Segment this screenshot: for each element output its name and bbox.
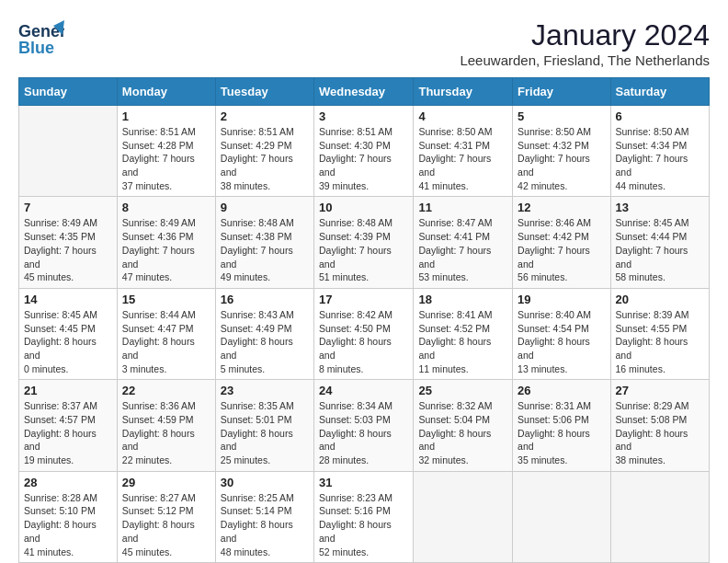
day-info: Sunrise: 8:50 AMSunset: 4:32 PMDaylight:… — [518, 125, 605, 192]
calendar-table: SundayMondayTuesdayWednesdayThursdayFrid… — [18, 77, 710, 563]
day-number: 29 — [122, 476, 210, 489]
day-info: Sunrise: 8:49 AMSunset: 4:35 PMDaylight:… — [24, 216, 112, 283]
table-cell: 6 Sunrise: 8:50 AMSunset: 4:34 PMDayligh… — [610, 106, 709, 197]
day-info: Sunrise: 8:23 AMSunset: 5:16 PMDaylight:… — [319, 491, 408, 558]
day-number: 22 — [122, 384, 210, 397]
header-friday: Friday — [513, 78, 610, 106]
day-number: 8 — [122, 201, 210, 214]
table-cell: 21 Sunrise: 8:37 AMSunset: 4:57 PMDaylig… — [19, 380, 118, 471]
day-number: 27 — [616, 384, 704, 397]
header-tuesday: Tuesday — [215, 78, 313, 106]
table-cell: 31 Sunrise: 8:23 AMSunset: 5:16 PMDaylig… — [314, 471, 414, 562]
week-row-4: 21 Sunrise: 8:37 AMSunset: 4:57 PMDaylig… — [19, 380, 710, 471]
week-row-1: 1 Sunrise: 8:51 AMSunset: 4:28 PMDayligh… — [19, 106, 710, 197]
table-cell: 15 Sunrise: 8:44 AMSunset: 4:47 PMDaylig… — [117, 288, 215, 379]
day-number: 3 — [319, 109, 408, 123]
day-number: 18 — [418, 293, 507, 306]
table-cell: 30 Sunrise: 8:25 AMSunset: 5:14 PMDaylig… — [215, 471, 313, 562]
table-cell — [513, 471, 610, 562]
table-cell: 18 Sunrise: 8:41 AMSunset: 4:52 PMDaylig… — [414, 288, 513, 379]
table-cell: 2 Sunrise: 8:51 AMSunset: 4:29 PMDayligh… — [215, 106, 313, 197]
table-cell: 10 Sunrise: 8:48 AMSunset: 4:39 PMDaylig… — [314, 197, 414, 288]
table-cell: 13 Sunrise: 8:45 AMSunset: 4:44 PMDaylig… — [610, 197, 709, 288]
table-cell: 16 Sunrise: 8:43 AMSunset: 4:49 PMDaylig… — [215, 288, 313, 379]
day-number: 20 — [616, 293, 704, 306]
day-number: 13 — [616, 201, 704, 214]
table-cell — [414, 471, 513, 562]
day-info: Sunrise: 8:28 AMSunset: 5:10 PMDaylight:… — [24, 491, 112, 558]
day-info: Sunrise: 8:34 AMSunset: 5:03 PMDaylight:… — [319, 399, 408, 466]
day-info: Sunrise: 8:51 AMSunset: 4:28 PMDaylight:… — [122, 125, 210, 192]
table-cell: 3 Sunrise: 8:51 AMSunset: 4:30 PMDayligh… — [314, 106, 414, 197]
day-number: 5 — [518, 109, 605, 123]
week-row-5: 28 Sunrise: 8:28 AMSunset: 5:10 PMDaylig… — [19, 471, 710, 562]
table-cell: 14 Sunrise: 8:45 AMSunset: 4:45 PMDaylig… — [19, 288, 118, 379]
day-number: 14 — [24, 293, 112, 306]
day-info: Sunrise: 8:29 AMSunset: 5:08 PMDaylight:… — [616, 399, 704, 466]
day-info: Sunrise: 8:45 AMSunset: 4:45 PMDaylight:… — [24, 308, 112, 375]
day-info: Sunrise: 8:48 AMSunset: 4:39 PMDaylight:… — [319, 216, 408, 283]
day-info: Sunrise: 8:48 AMSunset: 4:38 PMDaylight:… — [221, 216, 309, 283]
day-info: Sunrise: 8:31 AMSunset: 5:06 PMDaylight:… — [518, 399, 605, 466]
day-info: Sunrise: 8:46 AMSunset: 4:42 PMDaylight:… — [518, 216, 605, 283]
table-cell: 20 Sunrise: 8:39 AMSunset: 4:55 PMDaylig… — [610, 288, 709, 379]
day-number: 30 — [221, 476, 309, 489]
table-cell: 5 Sunrise: 8:50 AMSunset: 4:32 PMDayligh… — [513, 106, 610, 197]
main-title: January 2024 — [460, 18, 710, 52]
table-cell: 1 Sunrise: 8:51 AMSunset: 4:28 PMDayligh… — [117, 106, 215, 197]
day-number: 4 — [418, 109, 507, 123]
subtitle: Leeuwarden, Friesland, The Netherlands — [460, 52, 710, 68]
day-info: Sunrise: 8:50 AMSunset: 4:34 PMDaylight:… — [616, 125, 704, 192]
header-wednesday: Wednesday — [314, 78, 414, 106]
day-number: 25 — [418, 384, 507, 397]
day-number: 19 — [518, 293, 605, 306]
day-number: 9 — [221, 201, 309, 214]
table-cell: 7 Sunrise: 8:49 AMSunset: 4:35 PMDayligh… — [19, 197, 118, 288]
table-cell: 8 Sunrise: 8:49 AMSunset: 4:36 PMDayligh… — [117, 197, 215, 288]
day-number: 28 — [24, 476, 112, 489]
day-number: 23 — [221, 384, 309, 397]
table-cell: 17 Sunrise: 8:42 AMSunset: 4:50 PMDaylig… — [314, 288, 414, 379]
day-number: 2 — [221, 109, 309, 123]
header-saturday: Saturday — [610, 78, 709, 106]
table-cell: 25 Sunrise: 8:32 AMSunset: 5:04 PMDaylig… — [414, 380, 513, 471]
table-cell — [19, 106, 118, 197]
table-cell: 28 Sunrise: 8:28 AMSunset: 5:10 PMDaylig… — [19, 471, 118, 562]
table-cell — [610, 471, 709, 562]
header-sunday: Sunday — [19, 78, 118, 106]
day-info: Sunrise: 8:40 AMSunset: 4:54 PMDaylight:… — [518, 308, 605, 375]
day-info: Sunrise: 8:25 AMSunset: 5:14 PMDaylight:… — [221, 491, 309, 558]
table-cell: 24 Sunrise: 8:34 AMSunset: 5:03 PMDaylig… — [314, 380, 414, 471]
table-cell: 9 Sunrise: 8:48 AMSunset: 4:38 PMDayligh… — [215, 197, 313, 288]
day-number: 21 — [24, 384, 112, 397]
day-number: 24 — [319, 384, 408, 397]
table-cell: 26 Sunrise: 8:31 AMSunset: 5:06 PMDaylig… — [513, 380, 610, 471]
day-number: 26 — [518, 384, 605, 397]
logo-icon: General Blue — [18, 18, 64, 60]
calendar-header-row: SundayMondayTuesdayWednesdayThursdayFrid… — [19, 78, 710, 106]
day-number: 17 — [319, 293, 408, 306]
table-cell: 27 Sunrise: 8:29 AMSunset: 5:08 PMDaylig… — [610, 380, 709, 471]
day-info: Sunrise: 8:43 AMSunset: 4:49 PMDaylight:… — [221, 308, 309, 375]
day-number: 10 — [319, 201, 408, 214]
day-number: 7 — [24, 201, 112, 214]
day-info: Sunrise: 8:35 AMSunset: 5:01 PMDaylight:… — [221, 399, 309, 466]
day-number: 31 — [319, 476, 408, 489]
table-cell: 12 Sunrise: 8:46 AMSunset: 4:42 PMDaylig… — [513, 197, 610, 288]
title-block: January 2024 Leeuwarden, Friesland, The … — [460, 18, 710, 68]
day-info: Sunrise: 8:49 AMSunset: 4:36 PMDaylight:… — [122, 216, 210, 283]
page-header: General Blue January 2024 Leeuwarden, Fr… — [18, 18, 710, 68]
day-info: Sunrise: 8:51 AMSunset: 4:29 PMDaylight:… — [221, 125, 309, 192]
day-info: Sunrise: 8:36 AMSunset: 4:59 PMDaylight:… — [122, 399, 210, 466]
table-cell: 19 Sunrise: 8:40 AMSunset: 4:54 PMDaylig… — [513, 288, 610, 379]
day-info: Sunrise: 8:41 AMSunset: 4:52 PMDaylight:… — [418, 308, 507, 375]
day-info: Sunrise: 8:27 AMSunset: 5:12 PMDaylight:… — [122, 491, 210, 558]
day-info: Sunrise: 8:47 AMSunset: 4:41 PMDaylight:… — [418, 216, 507, 283]
header-thursday: Thursday — [414, 78, 513, 106]
day-info: Sunrise: 8:51 AMSunset: 4:30 PMDaylight:… — [319, 125, 408, 192]
table-cell: 11 Sunrise: 8:47 AMSunset: 4:41 PMDaylig… — [414, 197, 513, 288]
day-number: 12 — [518, 201, 605, 214]
week-row-2: 7 Sunrise: 8:49 AMSunset: 4:35 PMDayligh… — [19, 197, 710, 288]
logo: General Blue — [18, 18, 66, 60]
day-info: Sunrise: 8:50 AMSunset: 4:31 PMDaylight:… — [418, 125, 507, 192]
